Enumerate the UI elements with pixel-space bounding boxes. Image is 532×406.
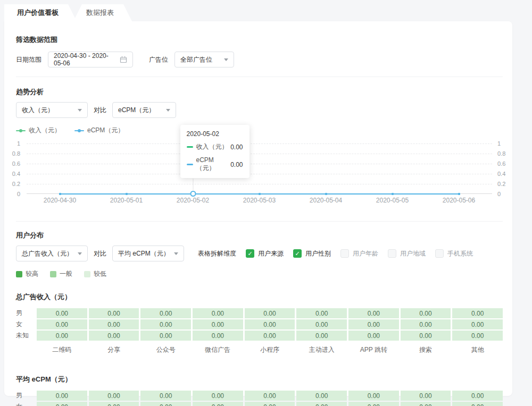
table-cell: 0.00 — [140, 391, 191, 401]
date-range-value: 2020-04-30 - 2020-05-06 — [54, 52, 115, 67]
chart-tooltip: 2020-05-02 收入（元）0.00eCPM（元）0.00 — [180, 125, 250, 178]
table-cell: 0.00 — [89, 402, 139, 406]
data-table: 男0.000.000.000.000.000.000.000.000.00女0.… — [16, 391, 503, 406]
table-cell: 0.00 — [245, 308, 295, 318]
calendar-icon — [120, 56, 127, 63]
dimension-label: 用户来源 — [258, 249, 284, 258]
heat-color-chip — [84, 271, 90, 277]
table-title: 平均 eCPM（元） — [16, 375, 503, 384]
data-point — [458, 193, 460, 195]
data-point — [325, 193, 327, 195]
heat-legend-item: 较低 — [84, 269, 106, 278]
column-label: 小程序 — [245, 342, 295, 354]
tab-data-report[interactable]: 数据报表 — [73, 4, 132, 21]
trend-compare-select[interactable]: eCPM（元） — [112, 102, 176, 118]
table-cell: 0.00 — [89, 331, 139, 341]
table-cell: 0.00 — [401, 331, 451, 341]
table-cell: 0.00 — [452, 308, 503, 318]
dimension-checkbox-5[interactable]: 手机系统 — [435, 249, 473, 258]
tab-user-value-dashboard[interactable]: 用户价值看板 — [4, 4, 77, 21]
chevron-down-icon — [224, 58, 228, 63]
chevron-down-icon — [166, 109, 170, 114]
filter-section-title: 筛选数据范围 — [16, 35, 503, 45]
y-tick-label: 1 — [497, 140, 501, 147]
legend-line-dot-icon — [74, 129, 84, 133]
tooltip-date: 2020-05-02 — [187, 130, 243, 138]
date-range-input[interactable]: 2020-04-30 - 2020-05-06 — [48, 52, 133, 67]
dimension-checkbox-2[interactable]: ✓用户性别 — [293, 249, 331, 258]
data-table: 男0.000.000.000.000.000.000.000.000.00女0.… — [16, 308, 503, 354]
y-tick-label: 0 — [497, 191, 501, 197]
x-axis-label: 2020-05-06 — [426, 197, 492, 204]
table-cell: 0.00 — [37, 402, 87, 406]
gridline — [27, 184, 492, 184]
table-cell: 0.00 — [140, 331, 191, 341]
checkbox-unchecked-icon[interactable] — [388, 249, 396, 258]
table-cell: 0.00 — [401, 402, 451, 406]
column-label: APP 跳转 — [348, 342, 399, 354]
table-cell: 0.00 — [296, 308, 347, 318]
date-range-label: 日期范围 — [16, 55, 41, 64]
dimension-label: 用户年龄 — [353, 249, 378, 258]
heat-legend-label: 一般 — [60, 269, 72, 278]
dimension-checkbox-3[interactable]: 用户年龄 — [340, 249, 378, 258]
legend-dot — [19, 129, 22, 132]
table-cell: 0.00 — [296, 319, 347, 329]
trend-section-title: 趋势分析 — [16, 87, 503, 97]
tooltip-series-value: 0.00 — [230, 161, 243, 168]
footer-spacer — [16, 342, 35, 354]
dimension-label: 表格拆解维度 — [198, 249, 236, 258]
heat-legend-item: 较高 — [16, 269, 38, 278]
dimension-label: 手机系统 — [447, 249, 473, 258]
distribution-compare-select[interactable]: 平均 eCPM（元） — [112, 246, 184, 261]
chart-plot-area: 2020-05-02 收入（元）0.00eCPM（元）0.00 — [27, 143, 492, 194]
distribution-tables: 总广告收入（元）男0.000.000.000.000.000.000.000.0… — [4, 292, 512, 406]
y-tick-label: 0.6 — [497, 160, 505, 167]
column-label: 其他 — [452, 342, 503, 354]
tab-label: 数据报表 — [86, 8, 114, 18]
column-label: 搜索 — [401, 342, 451, 354]
y-tick-label: 0.2 — [12, 181, 20, 187]
legend-label: eCPM（元） — [87, 126, 124, 135]
highlighted-data-point[interactable] — [190, 191, 196, 197]
table-cell: 0.00 — [193, 319, 243, 329]
table-cell: 0.00 — [140, 319, 191, 329]
y-axis-right: 00.20.40.60.81 — [494, 143, 512, 194]
table-cell: 0.00 — [140, 402, 191, 406]
checkbox-unchecked-icon[interactable] — [435, 249, 444, 258]
x-axis-label: 2020-05-03 — [226, 197, 293, 204]
heat-legend: 较高一般较低 — [16, 269, 503, 278]
table-cell: 0.00 — [348, 319, 399, 329]
heat-legend-item: 一般 — [50, 269, 72, 278]
legend-dot — [78, 129, 81, 132]
trend-metric-value: 收入（元） — [22, 106, 54, 115]
checkbox-checked-icon[interactable]: ✓ — [246, 249, 254, 258]
trend-metric-select[interactable]: 收入（元） — [16, 102, 88, 118]
dimension-checkbox-1[interactable]: ✓用户来源 — [246, 249, 284, 258]
row-label: 男 — [16, 391, 35, 401]
distribution-metric-select[interactable]: 总广告收入（元） — [16, 246, 88, 261]
gridline — [27, 164, 492, 164]
ad-slot-select[interactable]: 全部广告位 — [174, 52, 234, 67]
data-point — [126, 193, 128, 195]
table-cell: 0.00 — [37, 308, 87, 318]
column-label: 主动进入 — [296, 342, 347, 354]
table-cell: 0.00 — [348, 391, 399, 401]
dimension-checkbox-4[interactable]: 用户地域 — [388, 249, 426, 258]
table-cell: 0.00 — [89, 319, 139, 329]
column-label: 分享 — [89, 342, 139, 354]
tooltip-series-value: 0.00 — [230, 143, 243, 151]
table-cell: 0.00 — [348, 331, 399, 341]
checkbox-unchecked-icon[interactable] — [340, 249, 349, 258]
checkbox-checked-icon[interactable]: ✓ — [293, 249, 302, 258]
table-cell: 0.00 — [89, 391, 139, 401]
column-label: 公众号 — [140, 342, 191, 354]
tab-bar: 用户价值看板 数据报表 — [4, 4, 132, 21]
table-cell: 0.00 — [245, 319, 295, 329]
column-label: 二维码 — [37, 342, 87, 354]
table-cell: 0.00 — [296, 402, 347, 406]
table-cell: 0.00 — [401, 308, 451, 318]
x-axis-label: 2020-04-30 — [27, 197, 93, 204]
tab-label: 用户价值看板 — [17, 8, 59, 18]
x-axis-label: 2020-05-02 — [160, 197, 226, 204]
